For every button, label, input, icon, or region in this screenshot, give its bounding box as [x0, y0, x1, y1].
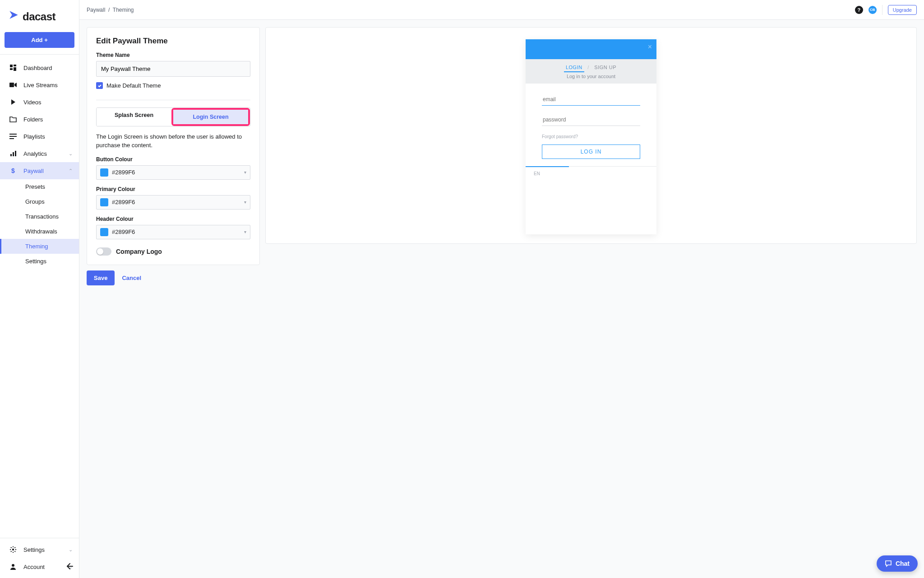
sidebar-item-label: Analytics	[23, 150, 47, 157]
make-default-label: Make Default Theme	[106, 82, 161, 89]
form-actions: Save Cancel	[87, 270, 260, 285]
svg-rect-7	[9, 138, 14, 139]
sidebar-item-label: Videos	[23, 99, 42, 106]
sidebar-sub-settings[interactable]: Settings	[0, 254, 79, 269]
play-icon	[9, 98, 17, 106]
sidebar-sub-transactions[interactable]: Transactions	[0, 209, 79, 224]
sidebar-item-dashboard[interactable]: Dashboard	[0, 59, 79, 76]
svg-rect-10	[15, 151, 16, 156]
sidebar-sub-theming[interactable]: Theming	[0, 239, 79, 254]
sidebar-item-paywall[interactable]: $ Paywall ⌃	[0, 162, 79, 179]
button-colour-select[interactable]: #2899F6 ▾	[96, 165, 250, 180]
colour-swatch-icon	[100, 168, 108, 177]
primary-colour-select[interactable]: #2899F6 ▾	[96, 195, 250, 210]
colour-value: #2899F6	[112, 169, 135, 176]
header-colour-label: Header Colour	[96, 216, 250, 222]
breadcrumb-theming: Theming	[113, 7, 134, 13]
chevron-down-icon: ▾	[244, 200, 246, 205]
cancel-button[interactable]: Cancel	[122, 275, 141, 281]
sidebar-item-analytics[interactable]: Analytics ⌄	[0, 145, 79, 162]
svg-text:$: $	[11, 168, 15, 174]
logo[interactable]: dacast	[0, 0, 79, 32]
preview-language[interactable]: EN	[534, 171, 540, 176]
sidebar-item-folders[interactable]: Folders	[0, 111, 79, 128]
preview-subtitle: Log in to your account	[526, 74, 626, 79]
sidebar-item-label: Folders	[23, 116, 43, 123]
sidebar-nav: Dashboard Live Streams Videos Folders Pl…	[0, 55, 79, 391]
sidebar: dacast Add + Dashboard Live Streams Vide…	[0, 0, 79, 391]
dashboard-icon	[9, 64, 17, 72]
chevron-down-icon: ▾	[244, 229, 246, 234]
sidebar-sub-presets[interactable]: Presets	[0, 179, 79, 194]
preview-forgot-password[interactable]: Forgot password?	[542, 134, 626, 139]
colour-swatch-icon	[100, 228, 108, 236]
sidebar-item-label: Live Streams	[23, 82, 58, 89]
analytics-icon	[9, 149, 17, 158]
tab-login-screen[interactable]: Login Screen	[173, 110, 248, 124]
sidebar-item-live-streams[interactable]: Live Streams	[0, 76, 79, 93]
sidebar-item-label: Paywall	[23, 168, 44, 174]
logo-mark-icon	[8, 9, 20, 24]
sidebar-sub-groups[interactable]: Groups	[0, 194, 79, 209]
svg-rect-9	[13, 152, 14, 156]
preview-login-button[interactable]: LOG IN	[542, 144, 626, 159]
company-logo-toggle[interactable]	[96, 247, 111, 256]
sidebar-item-label: Playlists	[23, 133, 45, 140]
make-default-checkbox-row[interactable]: Make Default Theme	[96, 82, 250, 89]
preview-tab-signup[interactable]: SIGN UP	[592, 65, 618, 70]
preview-panel: × LOGIN / SIGN UP Log in to your account…	[265, 27, 626, 244]
svg-rect-8	[10, 154, 12, 156]
colour-swatch-icon	[100, 198, 108, 206]
svg-rect-1	[14, 65, 16, 66]
sidebar-sub-withdrawals[interactable]: Withdrawals	[0, 224, 79, 239]
sidebar-item-playlists[interactable]: Playlists	[0, 128, 79, 145]
preview-footer: EN	[526, 166, 626, 181]
login-screen-description: The Login Screen is shown before the use…	[96, 133, 250, 150]
topbar: Paywall / Theming ? CB Upgrade	[79, 0, 626, 20]
theme-name-input[interactable]	[96, 61, 250, 77]
theme-name-label: Theme Name	[96, 52, 250, 58]
sidebar-item-label: Dashboard	[23, 65, 52, 71]
logo-text: dacast	[23, 10, 55, 23]
tab-separator: /	[587, 65, 589, 70]
svg-rect-3	[14, 67, 16, 71]
screen-tabs: Splash Screen Login Screen	[96, 107, 250, 126]
preview-tab-login[interactable]: LOGIN	[564, 65, 584, 72]
colour-value: #2899F6	[112, 228, 135, 235]
dollar-icon: $	[9, 167, 17, 175]
company-logo-label: Company Logo	[116, 248, 162, 255]
playlist-icon	[9, 132, 17, 140]
svg-rect-2	[10, 68, 13, 70]
preview-auth-tabs: LOGIN / SIGN UP Log in to your account	[526, 59, 626, 84]
checkbox-checked-icon[interactable]	[96, 82, 103, 89]
svg-rect-4	[9, 83, 14, 87]
panel-title: Edit Paywall Theme	[96, 37, 250, 46]
chevron-up-icon: ⌃	[69, 168, 73, 174]
svg-rect-5	[9, 134, 17, 135]
primary-colour-label: Primary Colour	[96, 186, 250, 192]
main: Edit Paywall Theme Theme Name Make Defau…	[79, 20, 626, 391]
divider	[96, 100, 250, 100]
tab-splash-screen[interactable]: Splash Screen	[97, 108, 171, 126]
preview-email-input[interactable]	[542, 93, 626, 106]
preview-header: ×	[526, 39, 626, 59]
colour-value: #2899F6	[112, 199, 135, 205]
svg-rect-0	[10, 65, 13, 67]
chevron-down-icon: ▾	[244, 170, 246, 175]
folder-icon	[9, 115, 17, 123]
add-button[interactable]: Add +	[5, 32, 74, 48]
chevron-down-icon: ⌄	[69, 151, 73, 157]
sidebar-item-videos[interactable]: Videos	[0, 93, 79, 111]
svg-rect-6	[9, 136, 17, 137]
preview-password-input[interactable]	[542, 114, 626, 126]
edit-theme-panel: Edit Paywall Theme Theme Name Make Defau…	[87, 27, 260, 265]
button-colour-label: Button Colour	[96, 156, 250, 163]
camera-icon	[9, 81, 17, 89]
header-colour-select[interactable]: #2899F6 ▾	[96, 225, 250, 239]
breadcrumb: Paywall / Theming	[87, 7, 134, 13]
paywall-preview-card: × LOGIN / SIGN UP Log in to your account…	[526, 39, 626, 234]
breadcrumb-paywall[interactable]: Paywall	[87, 7, 105, 13]
save-button[interactable]: Save	[87, 270, 115, 285]
